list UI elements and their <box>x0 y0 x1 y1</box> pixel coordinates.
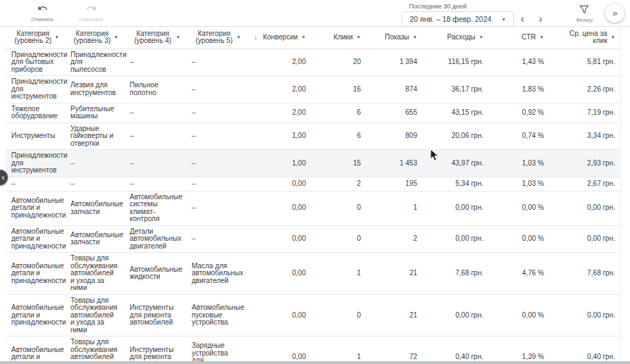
filter-icon <box>579 4 589 17</box>
cell-category-level-5[interactable]: Автомобильные пусковые устройства <box>186 294 247 337</box>
cell-category-level-3[interactable]: Автомобильные запчасти <box>65 225 124 253</box>
table-row[interactable]: Инструменты Ударные гайковерты и отвертк… <box>6 123 621 150</box>
table-row[interactable]: Принадлежности для бытовых приборов Прин… <box>6 49 621 76</box>
redo-icon <box>86 3 97 16</box>
cell-category-level-2[interactable]: Принадлежности для инструментов <box>6 76 65 103</box>
cell-category-level-2[interactable]: Автомобильные детали и принадлежности <box>6 225 65 253</box>
cell-category-level-4[interactable]: – <box>124 103 186 123</box>
chevron-down-icon: ▼ <box>413 34 417 42</box>
column-header-category-level-2[interactable]: Категория (уровень 2)▼ <box>6 27 65 49</box>
cell-category-level-3[interactable]: Товары для обслуживания автомобилей и ух… <box>65 294 124 337</box>
cell-category-level-4[interactable]: Пильное полотно <box>124 76 186 103</box>
date-range-value: 20 янв. – 18 февр. 2024 <box>409 15 491 23</box>
expand-panel-button[interactable]: » <box>605 4 624 23</box>
cell-category-level-5[interactable]: – <box>186 177 247 191</box>
cell-cost: 0,00 грн. <box>423 294 489 337</box>
previous-period-button[interactable]: ‹ <box>514 11 531 27</box>
cell-category-level-5[interactable]: – <box>186 225 247 253</box>
cell-category-level-4[interactable]: – <box>124 49 186 76</box>
cell-category-level-4[interactable]: – <box>124 123 186 150</box>
table-row[interactable]: Автомобильные детали и принадлежности То… <box>6 337 621 364</box>
cell-category-level-3[interactable]: – <box>65 150 124 177</box>
cell-cost: 0,40 грн. <box>423 337 489 364</box>
table-body: Принадлежности для бытовых приборов Прин… <box>6 49 621 364</box>
table-row[interactable]: Принадлежности для инструментов Лезвия д… <box>6 76 621 103</box>
column-header-ctr[interactable]: CTR▼ <box>489 27 550 49</box>
cell-impressions: 874 <box>366 76 423 103</box>
filter-label: Фильтр <box>576 18 593 23</box>
table-row[interactable]: Автомобильные детали и принадлежности То… <box>6 294 621 337</box>
date-range-selector[interactable]: 20 янв. – 18 февр. 2024 ▼ <box>402 11 513 27</box>
cell-clicks: 16 <box>311 76 366 103</box>
cell-category-level-4[interactable]: Инструменты для ремонта автомобилей <box>124 294 186 337</box>
undo-label: Отменить <box>31 17 54 22</box>
cell-ctr: 0,74 % <box>489 123 550 150</box>
cell-category-level-2[interactable]: – <box>6 177 65 191</box>
cell-category-level-2[interactable]: Автомобильные детали и принадлежности <box>6 253 65 295</box>
cell-category-level-5[interactable]: – <box>186 123 247 150</box>
cell-category-level-3[interactable]: – <box>65 177 124 191</box>
cell-category-level-5[interactable]: Масла для автомобильных двигателей <box>186 253 247 295</box>
cell-impressions: 21 <box>366 253 423 295</box>
chevron-down-icon: ▼ <box>540 34 544 42</box>
column-label: Ср. цена за клик <box>555 30 607 45</box>
cell-category-level-2[interactable]: Автомобильные детали и принадлежности <box>6 337 65 364</box>
next-period-button[interactable]: › <box>531 11 549 27</box>
cell-category-level-3[interactable]: Лезвия для инструментов <box>65 76 124 103</box>
cell-impressions: 655 <box>366 103 423 123</box>
cell-category-level-5[interactable]: – <box>186 191 247 225</box>
cell-category-level-2[interactable]: Автомобильные детали и принадлежности <box>6 191 65 225</box>
cell-category-level-2[interactable]: Принадлежности для бытовых приборов <box>6 49 65 76</box>
column-header-avg-cpc[interactable]: Ср. цена за клик▼ <box>550 27 621 49</box>
cell-category-level-3[interactable]: Товары для обслуживания автомобилей и ух… <box>65 337 124 364</box>
cell-category-level-3[interactable]: Рубительные машины <box>65 103 124 123</box>
table-row[interactable]: Тяжелое оборудование Рубительные машины … <box>6 103 621 123</box>
cell-category-level-3[interactable]: Автомобильные запчасти <box>65 191 124 225</box>
cell-category-level-5[interactable]: – <box>186 49 247 76</box>
cell-category-level-5[interactable]: Зарядные устройства для электромобилей <box>186 337 247 364</box>
cell-category-level-5[interactable]: – <box>186 103 247 123</box>
cell-category-level-4[interactable]: Инструменты для ремонта автомобилей <box>124 337 186 364</box>
table-row[interactable]: Автомобильные детали и принадлежности Ав… <box>6 191 621 225</box>
cell-cost: 36,17 грн. <box>423 76 489 103</box>
column-header-category-level-5[interactable]: Категория (уровень 5)▼ <box>186 27 247 49</box>
sort-descending-icon: ↓ <box>254 34 257 42</box>
cell-category-level-3[interactable]: Товары для обслуживания автомобилей и ух… <box>65 253 124 295</box>
redo-label: Повторить <box>79 17 103 22</box>
column-header-conversions[interactable]: ↓Конверсии▼ <box>247 27 311 49</box>
cell-conversions: 0,00 <box>247 253 311 295</box>
cell-category-level-4[interactable]: Автомобильные системы климат-контроля <box>124 191 186 225</box>
column-header-category-level-4[interactable]: Категория (уровень 4)▼ <box>124 27 186 49</box>
cell-cost: 5,34 грн. <box>423 177 489 191</box>
cell-ctr: 1,03 % <box>489 177 550 191</box>
cell-cost: 20,06 грн. <box>423 123 489 150</box>
cell-category-level-4[interactable]: Автомобильные жидкости <box>124 253 186 295</box>
cell-category-level-5[interactable]: – <box>186 76 247 103</box>
column-header-clicks[interactable]: Клики▼ <box>311 27 366 49</box>
cell-category-level-3[interactable]: Принадлежности для пылесосов <box>65 49 124 76</box>
cell-category-level-2[interactable]: Автомобильные детали и принадлежности <box>6 294 65 337</box>
column-header-category-level-3[interactable]: Категория (уровень 3)▼ <box>65 27 124 49</box>
cell-avg-cpc: 7,19 грн. <box>550 103 621 123</box>
column-header-impressions[interactable]: Показы▼ <box>366 27 423 49</box>
filter-button[interactable]: Фильтр <box>576 4 593 23</box>
cell-category-level-4[interactable]: – <box>124 150 186 177</box>
redo-button[interactable]: Повторить <box>79 3 103 22</box>
cell-category-level-5[interactable]: – <box>186 150 247 177</box>
cell-category-level-4[interactable]: – <box>124 177 186 191</box>
table-row[interactable]: – – – – 0,00 2 195 5,34 грн. 1,03 % 2,67… <box>6 177 621 191</box>
cell-category-level-2[interactable]: Принадлежности для инструментов <box>6 150 65 177</box>
cell-impressions: 1 394 <box>366 49 423 76</box>
cell-category-level-4[interactable]: Детали автомобильных двигателей <box>124 225 186 253</box>
column-header-cost[interactable]: Расходы▼ <box>423 27 489 49</box>
cell-category-level-2[interactable]: Тяжелое оборудование <box>6 103 65 123</box>
table-row[interactable]: Автомобильные детали и принадлежности Ав… <box>6 225 621 253</box>
cell-category-level-2[interactable]: Инструменты <box>6 123 65 150</box>
cell-clicks: 1 <box>311 253 366 295</box>
table-row[interactable]: Автомобильные детали и принадлежности То… <box>6 253 621 295</box>
cell-category-level-3[interactable]: Ударные гайковерты и отвертки <box>65 123 124 150</box>
undo-button[interactable]: Отменить <box>31 3 54 22</box>
cell-avg-cpc: 2,26 грн. <box>550 76 621 103</box>
table-row[interactable]: Принадлежности для инструментов – – – 1,… <box>6 150 621 177</box>
cell-conversions: 0,00 <box>247 177 311 191</box>
